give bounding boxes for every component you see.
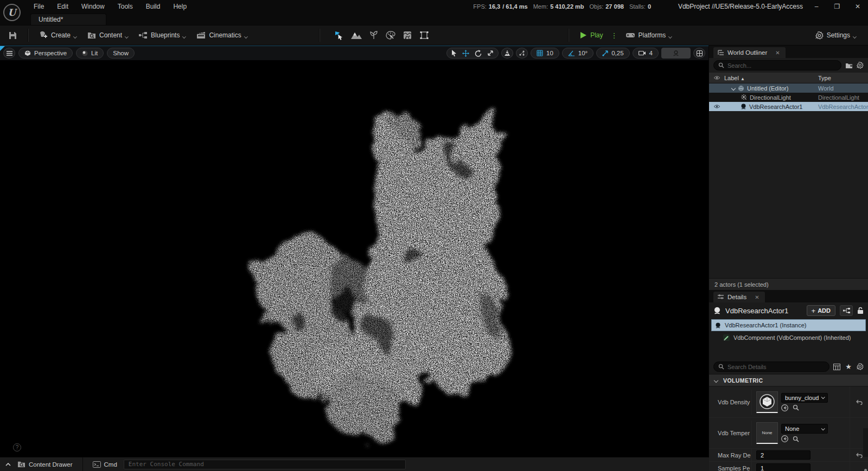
save-button[interactable] [4,29,21,42]
rotation-snap-control[interactable]: 10° [562,48,593,59]
outliner-close-icon[interactable]: ✕ [775,50,780,56]
landscape-mode-icon[interactable] [351,30,362,40]
details-settings-gear-icon[interactable] [857,363,864,370]
details-instance-row[interactable]: VdbResearchActor1 (Instance) [711,319,866,331]
cmd-button[interactable]: Cmd [91,460,119,469]
use-selected-asset-icon[interactable] [781,404,788,411]
label-column-header[interactable]: Label ▲ [724,75,818,81]
content-drawer-icon [17,461,25,468]
samples-input[interactable]: 1 [756,463,810,471]
browse-asset-icon[interactable] [793,436,799,442]
scale-snap-control[interactable]: 0,25 [596,48,629,59]
viewport-screenshot-button[interactable] [661,48,691,59]
new-folder-icon[interactable] [845,62,853,69]
tab-details[interactable]: Details ✕ [713,292,765,302]
foliage-mode-icon[interactable] [369,30,378,40]
content-button[interactable]: Content [83,29,133,42]
menu-edit[interactable]: Edit [50,1,75,12]
close-button[interactable]: ✕ [847,0,868,13]
vertex-snapping-button[interactable] [516,48,528,59]
vdb-temperature-asset-dropdown[interactable]: None [781,424,828,434]
section-volumetric[interactable]: VOLUMETRIC [709,374,868,386]
menu-bar: File Edit Window Tools Build Help [27,1,193,12]
play-options-button[interactable]: ⋮ [609,31,620,40]
details-search-icon [718,364,724,370]
menu-window[interactable]: Window [75,1,111,12]
lit-dropdown[interactable]: Lit [76,48,104,59]
vdb-temperature-thumbnail[interactable]: None [756,422,778,444]
select-mode-icon[interactable] [334,30,343,40]
vdb-density-asset-dropdown[interactable]: bunny_cloud [781,393,828,403]
outliner-row-vdbresearchactor[interactable]: VdbResearchActor1 VdbResearchActor1 [709,102,868,111]
camera-speed-control[interactable]: 4 [633,48,659,59]
outliner-settings-gear-icon[interactable] [857,62,864,69]
play-button[interactable]: Play [575,29,607,42]
vdb-density-reset[interactable] [850,386,868,417]
visibility-column-eye-icon[interactable] [709,75,724,80]
right-panel: World Outliner ✕ [709,46,868,457]
viewport-options-button[interactable] [3,48,15,59]
level-viewport[interactable]: Perspective Lit Show [0,46,709,457]
move-tool-icon[interactable] [462,50,469,57]
scale-tool-icon[interactable] [487,50,494,56]
favorites-star-icon[interactable]: ★ [845,363,852,371]
maximize-viewport-button[interactable] [693,48,705,59]
outliner-row-world[interactable]: Untitled (Editor) World [709,83,868,93]
display-filter-icon[interactable] [833,364,840,370]
menu-help[interactable]: Help [167,1,193,12]
details-close-icon[interactable]: ✕ [755,294,759,300]
level-tab-untitled[interactable]: Untitled* [30,14,106,25]
grid-snap-control[interactable]: 10 [531,48,559,59]
console-command-box[interactable] [124,460,406,469]
details-tab-row: Details ✕ [709,290,868,302]
add-component-button[interactable]: + ADD [807,305,835,316]
viewport-canvas[interactable]: ? [0,60,709,457]
minimize-button[interactable]: – [806,0,827,13]
platforms-button[interactable]: Platforms [621,29,678,42]
outliner-row-directionallight[interactable]: DirectionalLight DirectionalLight [709,93,868,102]
viewport-help-button[interactable]: ? [13,443,21,451]
console-command-input[interactable] [129,461,401,468]
vdb-density-thumbnail[interactable] [756,391,778,413]
brush-edit-mode-icon[interactable] [419,30,429,40]
window-controls: – ❐ ✕ [806,0,868,13]
blueprints-button[interactable]: Blueprints [135,29,191,42]
details-scrollbar[interactable] [864,469,867,471]
select-tool-icon[interactable] [451,50,457,56]
expand-chevron-icon[interactable] [731,86,736,90]
outliner-search-input[interactable] [727,62,837,69]
menu-file[interactable]: File [27,1,50,12]
menu-build[interactable]: Build [139,1,167,12]
tab-world-outliner[interactable]: World Outliner ✕ [713,47,786,58]
create-button[interactable]: Create [35,28,82,42]
maximize-button[interactable]: ❐ [827,0,847,13]
details-search-box[interactable] [713,362,829,372]
cinematics-button[interactable]: Cinematics [192,29,252,42]
lock-icon[interactable] [857,307,864,314]
use-selected-asset-icon[interactable] [781,435,788,442]
world-row-type: World [818,85,868,92]
browse-asset-icon[interactable] [793,404,799,411]
settings-button[interactable]: Settings [811,29,861,42]
prop-row-samples-per-pixel: Samples Pe 1 [709,462,868,471]
content-drawer-button[interactable]: Content Drawer [15,460,75,469]
max-ray-depth-input[interactable]: 2 [756,450,810,460]
component-row-label: VdbComponent (VdbComponent) (Inherited) [733,334,851,341]
outliner-search-box[interactable] [713,60,841,70]
rotate-tool-icon[interactable] [475,50,482,57]
collapse-drawer-chevron-icon[interactable] [5,463,11,466]
type-column-header[interactable]: Type [818,75,868,81]
details-search-input[interactable] [727,364,825,370]
directionallight-row-type: DirectionalLight [818,94,868,101]
details-component-row[interactable]: VdbComponent (VdbComponent) (Inherited) [709,331,868,344]
perspective-dropdown[interactable]: Perspective [18,48,73,59]
menu-tools[interactable]: Tools [111,1,139,12]
surface-snapping-button[interactable] [501,48,513,59]
details-scroll-track[interactable] [863,428,868,457]
show-dropdown[interactable]: Show [107,48,135,59]
mesh-paint-mode-icon[interactable] [386,30,395,40]
row-visibility-eye-icon[interactable] [709,104,724,109]
edit-blueprint-button[interactable] [840,305,853,316]
fracture-mode-icon[interactable] [403,30,412,40]
platforms-gamepad-icon [626,32,635,38]
